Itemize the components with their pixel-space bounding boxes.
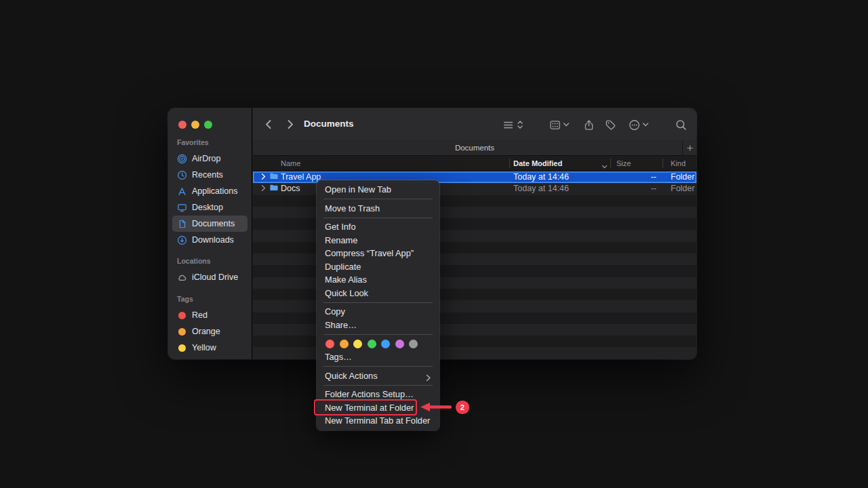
sidebar-item-label: Desktop xyxy=(192,203,223,212)
chevron-down-icon xyxy=(563,122,570,127)
column-header-row: Name Date Modified Size Kind xyxy=(253,156,696,171)
sidebar-item-label: Yellow xyxy=(192,343,216,352)
menu-item-make-alias[interactable]: Make Alias xyxy=(317,273,439,287)
menu-item-open-in-new-tab[interactable]: Open in New Tab xyxy=(317,183,439,197)
menu-item-label: Quick Actions xyxy=(325,369,426,383)
sidebar-item-label: AirDrop xyxy=(192,154,220,163)
annotation-arrow-icon xyxy=(420,401,452,413)
menu-item-copy[interactable]: Copy xyxy=(317,305,439,319)
desktop-background: FavoritesAirDropRecentsApplicationsDeskt… xyxy=(0,0,868,488)
menu-item-label: Quick Look xyxy=(325,287,431,300)
sidebar-section-label: Locations xyxy=(168,257,252,266)
tag-color-dot[interactable] xyxy=(381,340,390,348)
tag-color-dot[interactable] xyxy=(353,340,362,348)
sort-carets-icon xyxy=(516,119,524,130)
menu-item-label: Open in New Tab xyxy=(325,183,431,197)
sidebar-item-label: Red xyxy=(192,310,208,320)
menu-item-duplicate[interactable]: Duplicate xyxy=(317,260,439,274)
sidebar-item-red[interactable]: Red xyxy=(172,307,248,323)
menu-separator xyxy=(323,199,433,199)
menu-item-label: Move to Trash xyxy=(325,202,431,216)
menu-item-new-terminal-tab-at-folder[interactable]: New Terminal Tab at Folder xyxy=(317,414,439,428)
sidebar-section-label: Tags xyxy=(168,295,252,304)
traffic-light-minimize[interactable] xyxy=(191,121,199,129)
sidebar-item-documents[interactable]: Documents xyxy=(172,216,248,232)
sidebar-item-label: Downloads xyxy=(192,235,234,245)
file-name: Travel App xyxy=(281,171,321,183)
chevron-down-icon xyxy=(642,122,649,127)
menu-item-label: New Terminal Tab at Folder xyxy=(325,414,431,428)
traffic-light-zoom[interactable] xyxy=(204,121,212,129)
file-date-modified: Today at 14:46 xyxy=(513,171,569,183)
sidebar-item-green[interactable]: Green xyxy=(172,356,248,359)
search-icon[interactable] xyxy=(675,119,687,131)
sidebar-item-recents[interactable]: Recents xyxy=(172,167,248,183)
column-divider xyxy=(663,159,663,168)
more-actions-icon[interactable] xyxy=(629,119,649,131)
sidebar-item-label: Applications xyxy=(192,186,237,196)
tag-color-dot[interactable] xyxy=(395,340,404,348)
sidebar-item-yellow[interactable]: Yellow xyxy=(172,340,248,356)
sidebar-item-label: iCloud Drive xyxy=(192,272,238,282)
sidebar-item-desktop[interactable]: Desktop xyxy=(172,199,248,216)
column-header-size[interactable]: Size xyxy=(616,159,631,167)
forward-icon[interactable] xyxy=(284,119,295,130)
column-header-date-modified[interactable]: Date Modified xyxy=(513,159,562,167)
share-icon[interactable] xyxy=(583,119,595,131)
sidebar-item-label: Orange xyxy=(192,327,220,336)
tag-color-dot[interactable] xyxy=(368,340,376,348)
window-controls xyxy=(178,121,212,129)
desktop-icon xyxy=(176,202,187,213)
menu-item-compress-travel-app[interactable]: Compress “Travel App” xyxy=(317,247,439,260)
sidebar-item-downloads[interactable]: Downloads xyxy=(172,232,248,248)
tab-documents[interactable]: Documents xyxy=(455,144,494,152)
menu-item-label: Duplicate xyxy=(325,260,431,274)
menu-item-tags[interactable]: Tags… xyxy=(317,350,439,364)
file-kind: Folder xyxy=(671,183,694,195)
list-view-icon[interactable] xyxy=(502,119,524,131)
new-tab-button[interactable] xyxy=(682,140,696,155)
icloud-icon xyxy=(176,272,187,283)
sidebar-item-orange[interactable]: Orange xyxy=(172,323,248,340)
tag-color-dot[interactable] xyxy=(409,340,418,348)
sidebar-item-icloud-drive[interactable]: iCloud Drive xyxy=(172,269,248,285)
menu-item-label: Get Info xyxy=(325,220,431,234)
documents-icon xyxy=(176,218,187,229)
applications-icon xyxy=(176,186,187,197)
menu-item-rename[interactable]: Rename xyxy=(317,234,439,247)
menu-item-share[interactable]: Share… xyxy=(317,319,439,332)
annotation-step-badge: 2 xyxy=(456,401,469,414)
menu-item-quick-look[interactable]: Quick Look xyxy=(317,287,439,300)
sidebar-item-applications[interactable]: Applications xyxy=(172,183,248,199)
tag-color-dot xyxy=(178,312,186,319)
menu-item-label: Rename xyxy=(325,234,431,247)
plus-icon xyxy=(686,144,694,152)
back-icon[interactable] xyxy=(264,119,275,130)
tag-icon[interactable] xyxy=(605,119,616,131)
column-divider xyxy=(509,159,510,168)
traffic-light-close[interactable] xyxy=(178,121,186,129)
menu-item-quick-actions[interactable]: Quick Actions xyxy=(317,369,439,383)
file-kind: Folder xyxy=(671,171,694,183)
tag-color-dot[interactable] xyxy=(326,340,334,348)
file-date-modified: Today at 14:46 xyxy=(513,183,569,195)
sort-direction-icon xyxy=(601,162,608,166)
airdrop-icon xyxy=(176,153,187,164)
sidebar-item-airdrop[interactable]: AirDrop xyxy=(172,150,248,167)
menu-separator xyxy=(323,385,433,386)
downloads-icon xyxy=(176,235,187,245)
menu-separator xyxy=(323,302,433,303)
menu-item-move-to-trash[interactable]: Move to Trash xyxy=(317,202,439,216)
tag-color-dot[interactable] xyxy=(340,340,349,348)
menu-item-label: Compress “Travel App” xyxy=(325,247,431,260)
menu-item-label: Copy xyxy=(325,305,431,319)
menu-item-label: Share… xyxy=(325,319,431,332)
group-view-icon[interactable] xyxy=(549,119,570,131)
file-size: -- xyxy=(621,171,656,183)
menu-item-get-info[interactable]: Get Info xyxy=(317,220,439,234)
window-title: Documents xyxy=(304,119,354,129)
column-divider xyxy=(610,159,611,168)
column-header-kind[interactable]: Kind xyxy=(671,159,686,167)
menu-separator xyxy=(323,334,433,335)
column-header-name[interactable]: Name xyxy=(281,159,300,167)
